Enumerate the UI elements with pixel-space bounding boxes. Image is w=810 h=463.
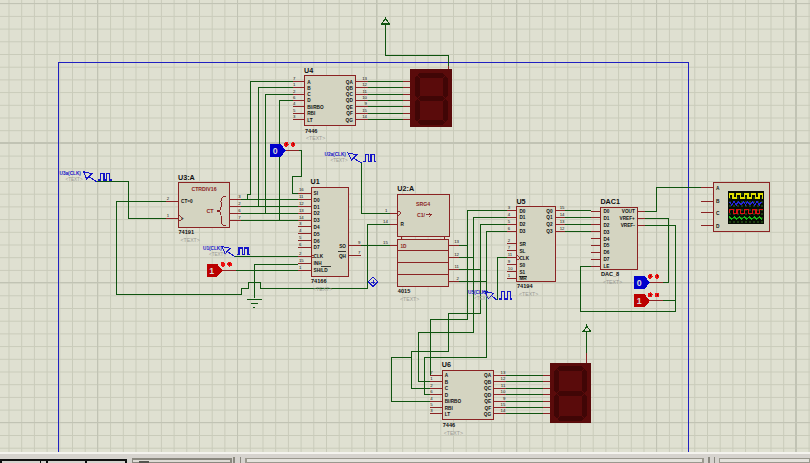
svg-text:<TEXT>: <TEXT>: [181, 237, 200, 243]
svg-text:<TEXT>: <TEXT>: [313, 286, 332, 292]
svg-text:QF: QF: [485, 406, 492, 411]
svg-text:Q1: Q1: [546, 215, 553, 220]
svg-text:11: 11: [455, 264, 460, 269]
svg-text:U2:A: U2:A: [397, 184, 414, 193]
svg-text:D4: D4: [603, 237, 609, 242]
svg-text:U1: U1: [311, 177, 320, 186]
svg-text:CT: CT: [206, 208, 214, 214]
svg-text:D2: D2: [314, 211, 320, 216]
svg-text:D3: D3: [603, 230, 609, 235]
svg-text:D1: D1: [603, 216, 609, 221]
svg-text:4015: 4015: [398, 288, 410, 294]
svg-text:11: 11: [501, 383, 506, 388]
svg-text:CLK: CLK: [519, 256, 529, 261]
svg-text:QG: QG: [484, 412, 492, 417]
svg-text:12: 12: [362, 82, 367, 87]
svg-text:SI: SI: [314, 191, 318, 196]
svg-text:RBI: RBI: [307, 111, 315, 116]
svg-text:11: 11: [299, 194, 304, 199]
svg-text:<TEXT>: <TEXT>: [306, 135, 325, 141]
svg-text:CT=0: CT=0: [181, 199, 193, 204]
svg-text:QH: QH: [339, 254, 347, 259]
svg-text:D6: D6: [603, 250, 609, 255]
svg-text:D5: D5: [603, 243, 609, 248]
svg-text:1: 1: [209, 266, 214, 276]
svg-text:D0: D0: [314, 198, 320, 203]
svg-text:QD: QD: [346, 98, 354, 103]
svg-text:U5: U5: [516, 197, 525, 206]
svg-text:D4: D4: [314, 225, 320, 230]
svg-text:D3: D3: [314, 218, 320, 223]
svg-text:15: 15: [299, 258, 304, 263]
svg-text:11: 11: [363, 89, 368, 94]
svg-text:SRG4: SRG4: [416, 201, 430, 207]
svg-text:11: 11: [508, 252, 513, 257]
svg-text:14: 14: [362, 114, 367, 119]
svg-text:BI/RBO: BI/RBO: [445, 399, 462, 404]
svg-text:C: C: [716, 211, 720, 216]
svg-text:13: 13: [362, 76, 367, 81]
svg-text:<TEXT>: <TEXT>: [474, 296, 491, 301]
svg-text:74166: 74166: [311, 278, 327, 284]
svg-text:<TEXT>: <TEXT>: [66, 177, 83, 182]
svg-text:LT: LT: [445, 412, 451, 417]
svg-text:A: A: [716, 186, 720, 191]
svg-text:U4: U4: [304, 66, 313, 75]
svg-text:13: 13: [454, 239, 459, 244]
svg-text:15: 15: [383, 240, 388, 245]
svg-text:7446: 7446: [443, 422, 455, 428]
svg-text:Q0: Q0: [546, 209, 553, 214]
svg-text:<TEXT>: <TEXT>: [444, 430, 463, 436]
svg-text:14: 14: [383, 219, 388, 224]
svg-text:D2: D2: [603, 223, 609, 228]
svg-text:D5: D5: [314, 232, 320, 237]
svg-text:Q3: Q3: [546, 229, 553, 234]
svg-text:D2: D2: [519, 222, 525, 227]
svg-text:S0: S0: [519, 263, 525, 268]
svg-text:QD: QD: [484, 393, 492, 398]
svg-text:D7: D7: [603, 257, 609, 262]
svg-text:Q2: Q2: [546, 222, 553, 227]
svg-text:QE: QE: [346, 105, 353, 110]
svg-text:74194: 74194: [517, 283, 533, 289]
svg-text:QE: QE: [484, 399, 491, 404]
svg-text:13: 13: [501, 370, 506, 375]
svg-text:U3:A: U3:A: [178, 173, 195, 182]
svg-text:S1: S1: [519, 270, 525, 275]
svg-text:10: 10: [501, 389, 506, 394]
svg-text:15: 15: [501, 402, 506, 407]
svg-text:<TEXT>: <TEXT>: [331, 158, 348, 163]
svg-text:QB: QB: [346, 86, 354, 91]
svg-text:MR: MR: [519, 276, 527, 281]
svg-text:CLK: CLK: [314, 254, 324, 259]
svg-text:0: 0: [273, 146, 278, 156]
svg-text:1: 1: [637, 296, 642, 306]
svg-text:CTRDIV16: CTRDIV16: [191, 186, 216, 192]
svg-text:D1: D1: [314, 205, 320, 210]
svg-text:BI/RBO: BI/RBO: [307, 105, 324, 110]
svg-text:D: D: [716, 224, 720, 229]
svg-text:D6: D6: [314, 239, 320, 244]
svg-text:<TEXT>: <TEXT>: [603, 279, 622, 285]
svg-text:<TEXT>: <TEXT>: [209, 252, 226, 257]
svg-text:QF: QF: [346, 111, 353, 116]
svg-text:QB: QB: [484, 380, 492, 385]
svg-text:13: 13: [560, 219, 565, 224]
svg-text:D0: D0: [603, 209, 609, 214]
svg-text:VREF+: VREF+: [620, 216, 636, 221]
svg-text:14: 14: [501, 408, 506, 413]
svg-text:U6: U6: [442, 360, 451, 369]
svg-text:12: 12: [454, 252, 459, 257]
svg-text:C1/: C1/: [417, 212, 426, 218]
svg-text:74191: 74191: [179, 229, 195, 235]
svg-text:13: 13: [299, 208, 304, 213]
svg-text:QC: QC: [346, 92, 354, 97]
svg-text:INH: INH: [314, 261, 323, 266]
svg-text:VREF-: VREF-: [621, 223, 636, 228]
svg-text:12: 12: [560, 226, 565, 231]
svg-text:SO: SO: [339, 244, 346, 249]
svg-text:D0: D0: [519, 209, 525, 214]
svg-text:RBI: RBI: [445, 406, 453, 411]
svg-text:12: 12: [501, 376, 506, 381]
svg-text:QA: QA: [484, 373, 492, 378]
